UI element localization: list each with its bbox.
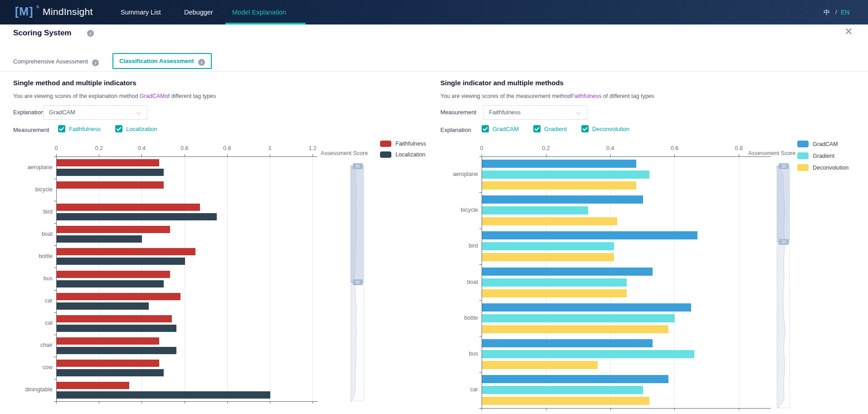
y-axis-tick — [54, 379, 56, 380]
datazoom-handle-bottom[interactable] — [353, 279, 363, 285]
checkbox-label: Gradient — [544, 126, 567, 132]
category-label-bus: bus — [10, 275, 53, 282]
x-axis-name: Assessment Score — [748, 150, 795, 156]
bar-gradcam-aeroplane — [482, 160, 636, 168]
category-label-aeroplane: aeroplane — [435, 171, 478, 177]
datazoom-slider[interactable] — [350, 166, 364, 401]
bar-localization-bird — [57, 213, 217, 220]
checkbox-item-deconvolution[interactable]: Deconvolution — [581, 125, 629, 132]
language-en-link[interactable]: EN — [841, 9, 849, 16]
checkbox-checked-icon[interactable] — [581, 125, 589, 132]
y-axis-tick — [54, 245, 56, 246]
x-axis-tick — [56, 154, 57, 156]
x-axis-tick — [141, 154, 142, 156]
legend-item-gradcam[interactable]: GradCAM — [797, 141, 838, 147]
handle-grip-icon — [359, 165, 359, 168]
comprehensive-info-icon[interactable]: i — [92, 59, 99, 66]
measurement-select[interactable]: Faithfulness — [483, 105, 587, 120]
checkbox-checked-icon[interactable] — [482, 125, 489, 132]
bar-deconvolution-car — [482, 397, 649, 405]
bar-gradcam-bus — [482, 339, 653, 347]
checkbox-checked-icon[interactable] — [58, 125, 65, 132]
legend-swatch — [797, 152, 809, 159]
checkbox-checked-icon[interactable] — [533, 125, 541, 132]
datazoom-handle-top[interactable] — [779, 163, 789, 169]
nav-model-explanation[interactable]: Model Explanation — [232, 0, 286, 24]
x-axis-tick — [739, 408, 739, 410]
x-axis-tick-label: 0.4 — [132, 145, 151, 151]
mindinsight-logo-icon: [M] — [15, 5, 33, 18]
right-panel-description: You are viewing scores of the measuremen… — [440, 93, 654, 99]
x-axis-tick — [482, 154, 482, 156]
y-axis-tick — [54, 401, 56, 402]
category-label-aeroplane: aeroplane — [10, 164, 53, 170]
bar-faithfulness-cow — [57, 360, 159, 367]
legend-item-localization[interactable]: Localization — [380, 151, 425, 158]
bar-faithfulness-chair — [57, 337, 159, 345]
x-axis-tick-label: 0.6 — [175, 145, 195, 151]
tab-classification-assessment[interactable]: Classification Assessment i — [112, 53, 212, 69]
handle-grip-icon — [356, 165, 356, 168]
datazoom-slider[interactable] — [776, 166, 790, 408]
bar-deconvolution-bottle — [482, 325, 668, 333]
x-axis-tick — [270, 401, 270, 404]
measurement-select-value: Faithfulness — [489, 109, 521, 116]
grid-line — [312, 156, 313, 401]
category-label-chair: chair — [10, 342, 53, 348]
checkbox-item-localization[interactable]: Localization — [115, 125, 157, 132]
x-axis-tick — [312, 401, 313, 404]
bar-faithfulness-bus — [57, 271, 170, 278]
handle-grip-icon — [357, 165, 358, 168]
checkbox-item-gradcam[interactable]: GradCAM — [482, 125, 519, 132]
checkbox-item-faithfulness[interactable]: Faithfulness — [58, 125, 101, 132]
nav-debugger[interactable]: Debugger — [184, 0, 213, 24]
bar-localization-cow — [57, 369, 164, 376]
y-axis-tick — [54, 179, 56, 179]
x-axis-tick — [56, 401, 57, 404]
page-title: Scoring System — [13, 29, 72, 38]
left-chart: 00.20.40.60.811.2aeroplanebicyclebirdboa… — [0, 136, 435, 414]
y-axis-tick — [54, 201, 56, 201]
category-label-diningtable: diningtable — [10, 386, 53, 393]
x-axis-tick — [546, 154, 546, 156]
checkbox-label: Faithfulness — [69, 126, 101, 132]
datazoom-selected-range[interactable] — [351, 166, 364, 282]
category-label-cat: cat — [10, 320, 53, 326]
x-axis-tick — [141, 401, 142, 404]
legend-item-gradient[interactable]: Gradient — [797, 152, 834, 159]
y-axis-tick — [479, 372, 482, 373]
y-axis-tick — [54, 268, 56, 268]
explanation-select[interactable]: GradCAM — [43, 105, 147, 120]
checkbox-checked-icon[interactable] — [115, 125, 122, 132]
bar-faithfulness-aeroplane — [57, 159, 159, 166]
bar-gradcam-boat — [482, 268, 653, 276]
grid-line — [674, 156, 675, 408]
x-axis-tick — [739, 154, 739, 156]
classification-info-icon[interactable]: i — [198, 59, 205, 66]
legend-label: GradCAM — [813, 141, 838, 147]
y-axis-tick — [479, 192, 482, 193]
close-icon[interactable]: ✕ — [844, 27, 853, 37]
grid-line — [185, 156, 185, 401]
language-zh-link[interactable]: 中 — [824, 9, 830, 17]
tab-comprehensive-assessment[interactable]: Comprehensive Assessment i — [13, 58, 99, 66]
checkbox-item-gradient[interactable]: Gradient — [533, 125, 567, 132]
datazoom-selected-range[interactable] — [777, 166, 790, 242]
tab-classification-label: Classification Assessment — [119, 58, 194, 64]
measurement-checks-label: Measurement — [13, 127, 49, 133]
bar-localization-bottle — [57, 258, 185, 265]
datazoom-handle-bottom[interactable] — [779, 239, 789, 245]
x-axis-tick — [227, 154, 228, 156]
left-desc-suffix: of different tag types — [165, 93, 216, 99]
handle-grip-icon — [357, 281, 358, 284]
x-axis-tick-label: 1.2 — [302, 145, 322, 151]
category-label-bird: bird — [10, 209, 53, 215]
scoring-system-info-icon[interactable]: i — [87, 30, 94, 37]
legend-swatch — [797, 141, 809, 147]
category-label-cow: cow — [10, 364, 53, 370]
legend-item-faithfulness[interactable]: Faithfulness — [380, 141, 426, 147]
nav-summary-list[interactable]: Summary List — [121, 0, 161, 24]
legend-item-deconvolution[interactable]: Deconvolution — [797, 164, 848, 171]
datazoom-handle-top[interactable] — [353, 163, 363, 169]
bar-gradient-bird — [482, 242, 614, 250]
